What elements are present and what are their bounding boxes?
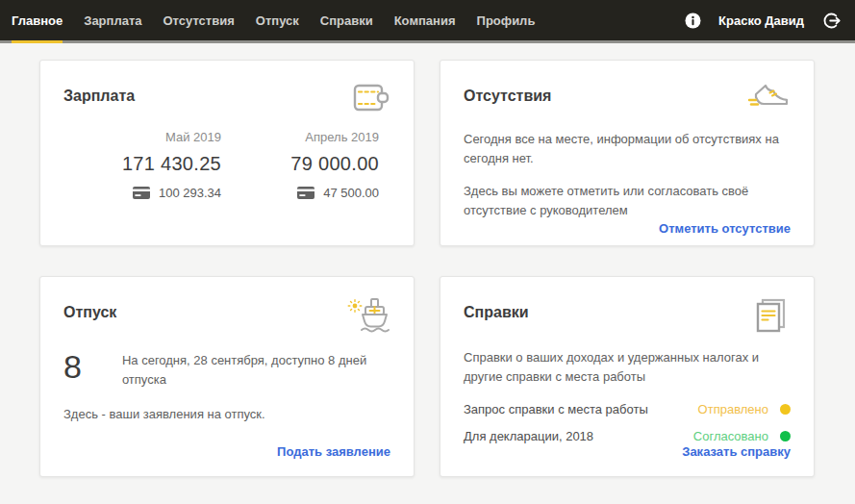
wallet-icon xyxy=(348,80,390,116)
tab-company[interactable]: Компания xyxy=(394,0,456,40)
nav-right: Краско Давид xyxy=(685,11,842,31)
certificate-status: Согласовано xyxy=(693,429,791,443)
salary-paid-row: 47 500.00 xyxy=(297,186,379,200)
vacation-text-1: На сегодня, 28 сентября, доступно 8 дней… xyxy=(122,350,390,390)
vacation-summary: 8 На сегодня, 28 сентября, доступно 8 дн… xyxy=(63,350,390,390)
tab-absences-label: Отсутствия xyxy=(163,13,235,28)
certificate-label: Запрос справки с места работы xyxy=(464,402,648,416)
status-dot-green xyxy=(780,431,791,441)
tab-vacation-label: Отпуск xyxy=(256,13,299,28)
tab-absences[interactable]: Отсутствия xyxy=(163,0,235,40)
salary-gross-amount: 79 000.00 xyxy=(221,153,379,175)
mark-absence-link[interactable]: Отметить отсутствие xyxy=(464,221,791,236)
certificates-text: Справки о ваших доходах и удержанных нал… xyxy=(464,348,791,387)
vacation-text-2: Здесь - ваши заявления на отпуск. xyxy=(63,405,390,424)
documents-icon xyxy=(750,296,791,335)
certificate-row[interactable]: Запрос справки с места работы Отправлено xyxy=(464,402,791,416)
absences-card-head: Отсутствия xyxy=(464,80,791,116)
absences-text-1: Сегодня все на месте, информации об отсу… xyxy=(464,130,791,168)
salary-paid-amount: 47 500.00 xyxy=(323,186,379,200)
status-dot-yellow xyxy=(780,404,791,415)
certificate-status-text: Согласовано xyxy=(693,429,768,443)
order-certificate-link[interactable]: Заказать справку xyxy=(464,444,791,459)
certificate-row[interactable]: Для декларации, 2018 Согласовано xyxy=(464,429,791,443)
salary-columns: Май 2019 171 430.25 100 293.34 Апрель 20… xyxy=(63,130,390,203)
vacation-card: Отпуск 8 На сегодня, xyxy=(39,276,415,477)
certificates-card-title: Справки xyxy=(464,296,529,321)
salary-paid-row: 100 293.34 xyxy=(133,186,221,200)
tab-certificates-label: Справки xyxy=(320,13,373,28)
salary-card-title: Зарплата xyxy=(63,80,135,105)
top-navbar: Главное Зарплата Отсутствия Отпуск Справ… xyxy=(0,0,855,43)
salary-card-head: Зарплата xyxy=(63,80,390,116)
salary-period: Май 2019 xyxy=(63,130,221,144)
salary-gross-amount: 171 430.25 xyxy=(63,153,221,175)
vacation-card-head: Отпуск xyxy=(63,296,390,335)
tab-salary[interactable]: Зарплата xyxy=(84,0,141,40)
absences-text-2: Здесь вы можете отметить или согласовать… xyxy=(464,182,791,220)
vacation-days-count: 8 xyxy=(63,350,82,383)
dashboard-grid: Зарплата Май 2019 171 430.25 xyxy=(0,43,855,477)
certificates-card-head: Справки xyxy=(464,296,791,335)
salary-card: Зарплата Май 2019 171 430.25 xyxy=(39,60,415,246)
user-name[interactable]: Краско Давид xyxy=(718,13,804,28)
absences-card-title: Отсутствия xyxy=(464,80,551,105)
credit-card-icon xyxy=(133,187,150,199)
certificates-card: Справки Справки о ваших доходах и удержа… xyxy=(440,276,815,477)
info-icon[interactable] xyxy=(685,13,701,29)
nav-tabs: Главное Зарплата Отсутствия Отпуск Справ… xyxy=(12,0,556,40)
tab-company-label: Компания xyxy=(394,13,456,28)
certificate-status: Отправлено xyxy=(698,402,791,416)
absences-card: Отсутствия Сегодня все на месте, информа… xyxy=(440,60,815,246)
tab-main-label: Главное xyxy=(12,13,63,28)
credit-card-icon xyxy=(297,187,314,199)
sneaker-icon xyxy=(746,80,791,116)
tab-main[interactable]: Главное xyxy=(12,0,63,40)
salary-paid-amount: 100 293.34 xyxy=(159,186,221,200)
vacation-card-title: Отпуск xyxy=(63,296,116,321)
tab-certificates[interactable]: Справки xyxy=(320,0,373,40)
certificate-status-text: Отправлено xyxy=(698,402,768,416)
salary-column-current: Май 2019 171 430.25 100 293.34 xyxy=(63,130,221,203)
tab-vacation[interactable]: Отпуск xyxy=(256,0,299,40)
certificates-list: Запрос справки с места работы Отправлено… xyxy=(464,402,791,443)
tab-profile[interactable]: Профиль xyxy=(477,0,536,40)
submit-request-link[interactable]: Подать заявление xyxy=(63,444,390,459)
salary-period: Апрель 2019 xyxy=(221,130,379,144)
tab-salary-label: Зарплата xyxy=(84,13,141,28)
tab-profile-label: Профиль xyxy=(477,13,536,28)
ship-icon xyxy=(346,296,390,335)
certificate-label: Для декларации, 2018 xyxy=(464,429,593,443)
salary-column-previous: Апрель 2019 79 000.00 47 500.00 xyxy=(221,130,390,203)
logout-icon[interactable] xyxy=(821,11,842,31)
